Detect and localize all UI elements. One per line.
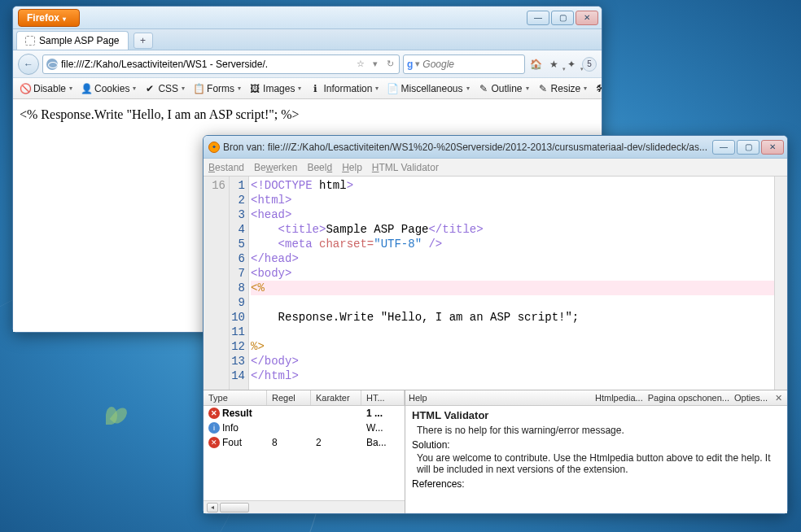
- search-bar[interactable]: g ▾: [403, 55, 525, 74]
- bookmark-star-icon[interactable]: ☆: [355, 59, 366, 70]
- error-table-pane: Type Regel Karakter HT... ✕Result1 ...iI…: [204, 390, 405, 513]
- help-pane-toolbar: Help Htmlpedia... Pagina opschonen... Op…: [405, 390, 787, 406]
- source-window: Bron van: file:///Z:/Kaho/Lesactiviteite…: [203, 135, 788, 514]
- new-tab-button[interactable]: +: [134, 33, 153, 49]
- misc-icon: 📄: [387, 83, 398, 94]
- dropdown-icon[interactable]: ▾: [370, 59, 381, 70]
- help-close-icon[interactable]: ✕: [773, 392, 784, 403]
- help-solution-text: You are welcome to contribute. Use the H…: [417, 452, 781, 475]
- developer-toolbar: 🚫Disable 👤Cookies ✔CSS 📋Forms 🖼Images ℹI…: [13, 78, 602, 99]
- dev-resize[interactable]: ✎Resize: [534, 81, 591, 96]
- info-icon: ℹ: [309, 83, 321, 94]
- source-titlebar: Bron van: file:///Z:/Kaho/Lesactiviteite…: [204, 136, 787, 159]
- table-row[interactable]: iInfoW...: [204, 421, 405, 435]
- gutter-badge-column: 16: [204, 177, 230, 390]
- google-icon: g: [407, 59, 413, 70]
- css-icon: ✔: [144, 83, 155, 94]
- tab-sample-asp[interactable]: Sample ASP Page: [16, 31, 129, 50]
- close-button[interactable]: ✕: [761, 140, 784, 155]
- horizontal-scrollbar[interactable]: ◂: [204, 500, 405, 513]
- dev-outline[interactable]: ✎Outline: [475, 81, 532, 96]
- table-row[interactable]: ✕Result1 ...: [204, 406, 405, 421]
- help-pane: Help Htmlpedia... Pagina opschonen... Op…: [405, 390, 787, 513]
- code-column[interactable]: <!DOCTYPE html> <html> <head> <title>Sam…: [249, 177, 774, 390]
- search-input[interactable]: [422, 59, 545, 70]
- scroll-thumb[interactable]: [220, 503, 249, 512]
- globe-icon: [46, 59, 58, 70]
- firefox-menu-button[interactable]: Firefox: [18, 9, 80, 27]
- dev-tools[interactable]: 🛠Too: [592, 81, 602, 96]
- page-text: <% Response.Write "Hello, I am an ASP sc…: [20, 107, 300, 121]
- home-icon[interactable]: 🏠: [528, 57, 543, 72]
- maximize-button[interactable]: ▢: [551, 11, 574, 25]
- dev-disable[interactable]: 🚫Disable: [16, 81, 76, 96]
- info-icon: i: [208, 422, 220, 434]
- firefox-titlebar: Firefox — ▢ ✕: [13, 7, 602, 29]
- minimize-button[interactable]: —: [527, 11, 549, 25]
- url-input[interactable]: [61, 59, 352, 70]
- maximize-button[interactable]: ▢: [737, 140, 759, 155]
- htmlpedia-button[interactable]: Htmlpedia...: [595, 393, 643, 403]
- dev-cookies[interactable]: 👤Cookies: [77, 81, 139, 96]
- opties-button[interactable]: Opties...: [734, 393, 768, 403]
- search-engine-dropdown-icon[interactable]: ▾: [415, 59, 420, 70]
- cookies-icon: 👤: [81, 83, 92, 94]
- minimize-button[interactable]: —: [712, 140, 735, 155]
- badge-icon[interactable]: 5: [582, 57, 597, 72]
- disable-icon: 🚫: [20, 83, 31, 94]
- menu-bestand[interactable]: Bestand: [208, 162, 244, 173]
- dev-miscellaneous[interactable]: 📄Miscellaneous: [383, 81, 472, 96]
- tab-strip: Sample ASP Page +: [13, 29, 602, 50]
- tools-icon: 🛠: [595, 83, 602, 94]
- help-header: Help: [409, 393, 590, 403]
- col-ht[interactable]: HT...: [361, 390, 405, 405]
- outline-icon: ✎: [478, 83, 489, 94]
- source-menubar: Bestand Bewerken Beeld Help HTML Validat…: [204, 159, 787, 177]
- url-bar[interactable]: ☆ ▾ ↻: [42, 55, 400, 74]
- help-title: HTML Validator: [412, 409, 781, 421]
- menu-help[interactable]: Help: [342, 162, 362, 173]
- source-code-area: 16 1234567891011121314 <!DOCTYPE html> <…: [204, 177, 787, 390]
- scroll-left-icon[interactable]: ◂: [207, 503, 218, 512]
- nav-toolbar: ← ☆ ▾ ↻ g ▾ 🏠 ★ ✦ 5: [13, 50, 602, 78]
- help-nohelp-text: There is no help for this warning/error …: [417, 425, 781, 436]
- bookmarks-icon[interactable]: ★: [546, 57, 561, 72]
- validator-panes: Type Regel Karakter HT... ✕Result1 ...iI…: [204, 390, 787, 513]
- tab-label: Sample ASP Page: [39, 35, 120, 46]
- col-type[interactable]: Type: [204, 390, 267, 405]
- pagina-opschonen-button[interactable]: Pagina opschonen...: [648, 393, 729, 403]
- vertical-scrollbar[interactable]: [774, 177, 787, 390]
- resize-icon: ✎: [537, 83, 549, 94]
- col-karakter[interactable]: Karakter: [311, 390, 361, 405]
- page-icon: [25, 36, 35, 46]
- table-header: Type Regel Karakter HT...: [204, 390, 405, 406]
- source-title: Bron van: file:///Z:/Kaho/Lesactiviteite…: [223, 142, 709, 153]
- table-row[interactable]: ✕Fout82Ba...: [204, 435, 405, 450]
- error-icon: ✕: [208, 408, 220, 419]
- error-icon: ✕: [208, 437, 220, 448]
- menu-beeld[interactable]: Beeld: [307, 162, 332, 173]
- close-button[interactable]: ✕: [576, 11, 598, 25]
- table-body: ✕Result1 ...iInfoW...✕Fout82Ba...: [204, 406, 405, 500]
- dev-information[interactable]: ℹInformation: [306, 81, 382, 96]
- menu-bewerken[interactable]: Bewerken: [254, 162, 297, 173]
- forms-icon: 📋: [193, 83, 204, 94]
- firefox-icon: [208, 142, 220, 153]
- dev-forms[interactable]: 📋Forms: [190, 81, 244, 96]
- help-solution-label: Solution:: [412, 439, 781, 451]
- dev-images[interactable]: 🖼Images: [246, 81, 304, 96]
- extension-icon[interactable]: ✦: [564, 57, 579, 72]
- reload-icon[interactable]: ↻: [384, 59, 396, 70]
- dev-css[interactable]: ✔CSS: [141, 81, 188, 96]
- menu-html-validator[interactable]: HTML Validator: [372, 162, 439, 173]
- gutter-line-numbers: 1234567891011121314: [230, 177, 249, 390]
- help-references-label: References:: [412, 478, 781, 490]
- images-icon: 🖼: [249, 83, 260, 94]
- col-regel[interactable]: Regel: [267, 390, 311, 405]
- help-body: HTML Validator There is no help for this…: [405, 406, 787, 513]
- back-button[interactable]: ←: [18, 54, 39, 75]
